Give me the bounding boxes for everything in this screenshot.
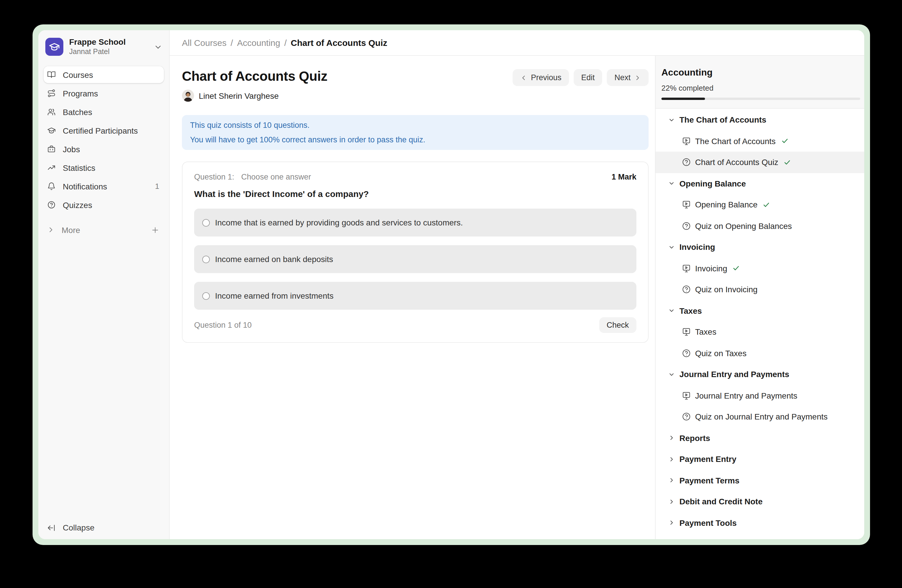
chapter-row[interactable]: Debit and Credit Note bbox=[656, 491, 864, 512]
school-name: Frappe School bbox=[69, 37, 148, 47]
sidebar-item-batches[interactable]: Batches bbox=[44, 103, 164, 120]
sidebar-item-programs[interactable]: Programs bbox=[44, 85, 164, 102]
question-marks: 1 Mark bbox=[611, 172, 636, 181]
lesson-row-selected[interactable]: Chart of Accounts Quiz bbox=[656, 152, 864, 173]
quiz-help-icon bbox=[682, 412, 691, 422]
lesson-row[interactable]: Quiz on Opening Balances bbox=[656, 215, 864, 236]
radio-icon[interactable] bbox=[202, 292, 210, 300]
quiz-help-icon bbox=[682, 158, 691, 167]
page-title: Chart of Accounts Quiz bbox=[182, 68, 513, 84]
edit-button[interactable]: Edit bbox=[574, 69, 602, 86]
sidebar-item-certified-participants[interactable]: Certified Participants bbox=[44, 122, 164, 139]
question-instruction: Choose one answer bbox=[241, 172, 311, 181]
lesson-monitor-icon bbox=[682, 391, 691, 400]
completed-label: 22% completed bbox=[661, 84, 860, 92]
users-icon bbox=[47, 108, 56, 116]
trending-up-icon bbox=[47, 163, 56, 172]
course-outline-sidebar: Accounting 22% completed The Chart of Ac… bbox=[655, 56, 864, 539]
plus-icon[interactable] bbox=[151, 226, 159, 234]
lesson-row[interactable]: Quiz on Invoicing bbox=[656, 279, 864, 300]
chevron-right-icon bbox=[669, 499, 675, 505]
left-sidebar: Frappe School Jannat Patel Courses Progr… bbox=[38, 30, 170, 539]
sidebar-item-statistics[interactable]: Statistics bbox=[44, 159, 164, 176]
main-content: Chart of Accounts Quiz Linet Sherin Varg… bbox=[170, 56, 655, 539]
lesson-row[interactable]: Quiz on Taxes bbox=[656, 342, 864, 364]
chevron-right-icon bbox=[669, 435, 675, 441]
chevron-down-icon[interactable] bbox=[154, 43, 162, 51]
lesson-monitor-icon bbox=[682, 136, 691, 146]
lesson-row[interactable]: The Chart of Accounts bbox=[656, 130, 864, 152]
course-title: Accounting bbox=[661, 67, 860, 78]
quiz-notice-line: You will have to get 100% correct answer… bbox=[190, 133, 640, 147]
sidebar-item-courses[interactable]: Courses bbox=[44, 66, 164, 83]
question-card: Question 1: Choose one answer 1 Mark Wha… bbox=[182, 161, 648, 343]
lesson-monitor-icon bbox=[682, 327, 691, 337]
answer-option-2[interactable]: Income earned on bank deposits bbox=[194, 245, 636, 273]
lesson-monitor-icon bbox=[682, 200, 691, 210]
notifications-count-badge: 1 bbox=[155, 182, 161, 191]
course-outline-tree: The Chart of Accounts The Chart of Accou… bbox=[656, 109, 864, 539]
chapter-row[interactable]: Taxes bbox=[656, 300, 864, 321]
bell-icon bbox=[47, 182, 56, 191]
lesson-row[interactable]: Opening Balance bbox=[656, 194, 864, 215]
answer-option-3[interactable]: Income earned from investments bbox=[194, 282, 636, 310]
help-circle-icon bbox=[47, 200, 56, 209]
breadcrumb-all-courses[interactable]: All Courses bbox=[182, 38, 226, 48]
breadcrumb-current: Chart of Accounts Quiz bbox=[291, 38, 387, 48]
collapse-button[interactable]: Collapse bbox=[44, 518, 164, 537]
sidebar-item-more[interactable]: More bbox=[44, 221, 164, 238]
quiz-help-icon bbox=[682, 285, 691, 294]
sidebar-item-quizzes[interactable]: Quizzes bbox=[44, 196, 164, 213]
chevron-right-icon bbox=[47, 226, 55, 234]
radio-icon[interactable] bbox=[202, 255, 210, 263]
quiz-help-icon bbox=[682, 349, 691, 358]
lesson-row[interactable]: Journal Entry and Payments bbox=[656, 385, 864, 406]
chapter-row[interactable]: Payment Entry bbox=[656, 449, 864, 470]
chapter-row[interactable]: Reports bbox=[656, 427, 864, 449]
sidebar-nav: Courses Programs Batches Certified Parti… bbox=[44, 66, 164, 240]
collapse-arrow-icon bbox=[47, 523, 56, 532]
author-row: Linet Sherin Varghese bbox=[182, 89, 513, 102]
school-switcher[interactable]: Frappe School Jannat Patel bbox=[44, 37, 164, 56]
book-open-icon bbox=[47, 70, 56, 79]
avatar bbox=[182, 89, 194, 102]
briefcase-icon bbox=[47, 145, 56, 153]
check-button[interactable]: Check bbox=[599, 317, 636, 333]
sidebar-item-jobs[interactable]: Jobs bbox=[44, 141, 164, 158]
chapter-row[interactable]: Payment Terms bbox=[656, 470, 864, 491]
chapter-row[interactable]: Invoicing bbox=[656, 236, 864, 258]
chevron-down-icon bbox=[669, 117, 675, 123]
lesson-monitor-icon bbox=[682, 264, 691, 273]
frappe-school-logo-icon bbox=[45, 38, 63, 56]
question-progress: Question 1 of 10 bbox=[194, 321, 252, 330]
lesson-row[interactable]: Invoicing bbox=[656, 258, 864, 279]
lesson-row[interactable]: Taxes bbox=[656, 321, 864, 342]
chapter-row[interactable]: Payment Tools bbox=[656, 512, 864, 533]
quiz-notice-line: This quiz consists of 10 questions. bbox=[190, 118, 640, 133]
next-button[interactable]: Next bbox=[607, 69, 648, 86]
chevron-down-icon bbox=[669, 371, 675, 378]
course-progress-header: Accounting 22% completed bbox=[656, 56, 864, 109]
lesson-row[interactable]: Quiz on Journal Entry and Payments bbox=[656, 406, 864, 427]
question-text: What is the 'Direct Income' of a company… bbox=[194, 189, 636, 199]
breadcrumb: All Courses / Accounting / Chart of Acco… bbox=[182, 38, 387, 48]
author-name: Linet Sherin Varghese bbox=[199, 91, 279, 100]
chevron-down-icon bbox=[669, 244, 675, 250]
progress-fill bbox=[661, 98, 705, 100]
previous-button[interactable]: Previous bbox=[513, 69, 569, 86]
breadcrumb-accounting[interactable]: Accounting bbox=[237, 38, 280, 48]
chevron-right-icon bbox=[669, 520, 675, 526]
sidebar-item-notifications[interactable]: Notifications 1 bbox=[44, 178, 164, 195]
breadcrumb-separator: / bbox=[284, 38, 287, 48]
check-icon bbox=[763, 201, 770, 209]
radio-icon[interactable] bbox=[202, 219, 210, 226]
chapter-row[interactable]: Journal Entry and Payments bbox=[656, 364, 864, 385]
graduation-cap-icon bbox=[47, 126, 56, 135]
progress-bar bbox=[661, 98, 860, 100]
route-icon bbox=[47, 89, 56, 98]
quiz-notice: This quiz consists of 10 questions. You … bbox=[182, 115, 648, 150]
question-number-label: Question 1: bbox=[194, 172, 234, 181]
answer-option-1[interactable]: Income that is earned by providing goods… bbox=[194, 209, 636, 236]
chapter-row[interactable]: The Chart of Accounts bbox=[656, 109, 864, 130]
chapter-row[interactable]: Opening Balance bbox=[656, 173, 864, 194]
